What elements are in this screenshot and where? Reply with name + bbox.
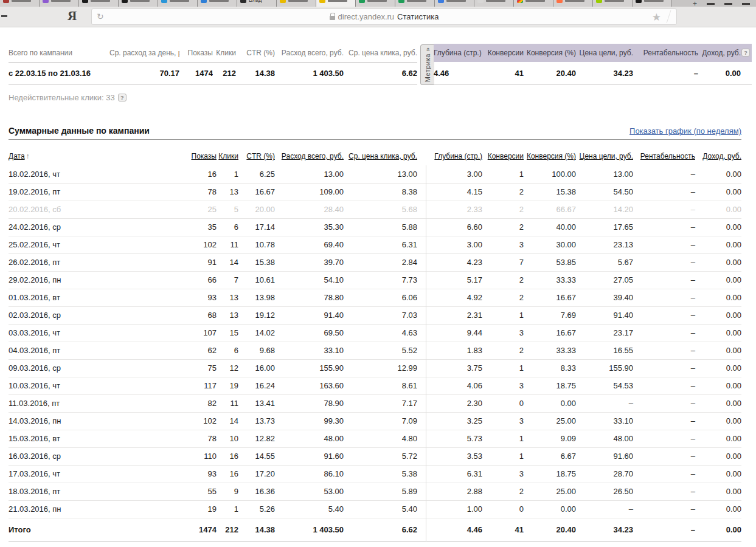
cell-impressions: 82 (186, 394, 217, 412)
cell-clicks: 19 (217, 377, 238, 394)
table-row: 18.02.2016, чт 16 1 6.25 13.00 13.00 3.0… (9, 165, 741, 183)
new-tab-button[interactable]: + (693, 1, 697, 7)
bookmark-star-icon[interactable]: ★ (652, 11, 661, 24)
header-clicks[interactable]: Клики (217, 147, 238, 165)
cell-conversion-rate: 6.67 (524, 447, 576, 465)
table-row: 19.02.2016, пт 78 13 16.67 109.00 8.38 4… (9, 183, 741, 201)
browser-tab[interactable] (158, 0, 198, 7)
cell-depth: 3.53 (426, 447, 482, 465)
tab-title (130, 0, 150, 2)
tab-favicon-icon (3, 0, 9, 3)
cell-revenue: 0.00 (695, 500, 741, 518)
maximize-button[interactable] (724, 3, 732, 5)
cell-date: 20.02.2016, сб (9, 201, 186, 218)
cell-ctr: 16.24 (238, 377, 275, 394)
header-avg-cpc[interactable]: Ср. цена клика, руб. (344, 147, 417, 165)
help-icon[interactable]: ? (741, 49, 750, 57)
cell-total-spend: 86.10 (275, 465, 344, 483)
header-impressions[interactable]: Показы (186, 147, 217, 165)
cell-spacer (417, 218, 426, 236)
cell-total-spend: 39.70 (275, 253, 344, 271)
cell-avg-cpc: 4.63 (344, 324, 417, 342)
cell-date: 29.02.2016, пн (9, 271, 186, 289)
help-icon[interactable]: ? (118, 94, 127, 101)
cell-ctr: 17.14 (238, 218, 275, 236)
browser-tab[interactable] (277, 0, 316, 7)
page-title-in-urlbar: Статистика (397, 12, 439, 21)
cell-conversion-rate: 9.09 (524, 430, 576, 447)
tab-title (565, 0, 584, 2)
tab-title (51, 0, 71, 2)
cell-revenue: 0.00 (695, 236, 741, 253)
browser-tab[interactable]: Влад (237, 0, 277, 7)
yandex-logo[interactable]: Я (68, 9, 77, 24)
header-depth[interactable]: Глубина (стр.) (426, 147, 482, 165)
table-row: 10.03.2016, чт 117 19 16.24 163.60 8.61 … (9, 377, 741, 394)
metrika-tab[interactable]: Метрика » (420, 44, 434, 85)
cell-depth: 9.44 (426, 324, 482, 342)
lock-icon (330, 16, 335, 20)
cell-date: 18.03.2016, пт (9, 483, 186, 500)
browser-tab[interactable] (633, 0, 672, 7)
total-conversion-rate: 20.40 (524, 518, 576, 541)
panel-toggle-icon[interactable] (1, 15, 7, 17)
header-ctr[interactable]: CTR (%) (238, 147, 275, 165)
col-clicks: Клики (213, 44, 236, 62)
close-button[interactable] (742, 3, 750, 5)
tab-favicon-icon (438, 0, 444, 3)
cell-conversion-rate: 25.00 (524, 412, 576, 430)
cell-spacer (417, 483, 426, 500)
minimize-button[interactable] (707, 3, 715, 5)
tab-favicon-icon (240, 0, 246, 3)
cell-date: 14.03.2016, пн (9, 412, 186, 430)
browser-tab[interactable] (198, 0, 237, 7)
total-conversions: 41 (482, 518, 524, 541)
cell-spacer (417, 342, 426, 359)
browser-tab[interactable] (316, 0, 356, 7)
tab-favicon-icon (517, 0, 523, 3)
browser-tab[interactable] (0, 0, 40, 7)
cell-depth: 3.00 (426, 165, 482, 183)
browser-tab[interactable] (395, 0, 435, 7)
browser-tab[interactable] (79, 0, 119, 7)
browser-tab[interactable] (553, 0, 593, 7)
browser-tab[interactable] (40, 0, 79, 7)
cell-spacer (417, 465, 426, 483)
url-text: direct.yandex.ru Статистика (92, 9, 676, 24)
cell-clicks: 13 (217, 183, 238, 201)
cell-profitability: – (633, 236, 695, 253)
header-total-spend[interactable]: Расход всего, руб. (275, 147, 344, 165)
cell-spacer (417, 500, 426, 518)
cell-conversion-rate: 16.67 (524, 289, 576, 306)
cell-conversions: 7 (482, 253, 524, 271)
cell-clicks: 16 (217, 447, 238, 465)
total-profitability: – (633, 518, 695, 541)
browser-tab[interactable] (119, 0, 158, 7)
cell-conversions: 3 (482, 465, 524, 483)
cell-conversion-rate: 33.33 (524, 342, 576, 359)
header-goal-cost[interactable]: Цена цели, руб. (576, 147, 633, 165)
browser-tab[interactable] (435, 0, 474, 7)
cell-avg-cpc: 5.52 (344, 342, 417, 359)
header-conversions[interactable]: Конверсии (482, 147, 524, 165)
col-conversions: Конверсии (482, 44, 524, 62)
table-row: 09.03.2016, ср 75 12 16.00 155.90 12.99 … (9, 359, 741, 377)
browser-tab[interactable] (356, 0, 395, 7)
table-row: 25.02.2016, чт 102 11 10.78 69.40 6.31 3… (9, 236, 741, 253)
header-profitability[interactable]: Рентабельность (633, 147, 695, 165)
header-conversion-rate[interactable]: Конверсия (%) (524, 147, 576, 165)
cell-conversion-rate: 30.00 (524, 236, 576, 253)
url-bar[interactable]: ↻ direct.yandex.ru Статистика ★ (91, 9, 677, 25)
header-revenue[interactable]: Доход, руб. (695, 147, 741, 165)
browser-tab[interactable] (514, 0, 553, 7)
cell-total-spend: 5.40 (275, 500, 344, 518)
browser-tab[interactable] (593, 0, 633, 7)
browser-tab[interactable] (474, 0, 514, 7)
cell-impressions: 55 (186, 483, 217, 500)
show-chart-link[interactable]: Показать график (по неделям) (629, 126, 741, 136)
cell-avg-cpc: 7.73 (344, 271, 417, 289)
cell-ctr: 10.61 (238, 271, 275, 289)
val-depth: 4.46 (434, 62, 482, 84)
header-date[interactable]: Дата↑ (9, 147, 186, 165)
cell-total-spend: 35.30 (275, 218, 344, 236)
